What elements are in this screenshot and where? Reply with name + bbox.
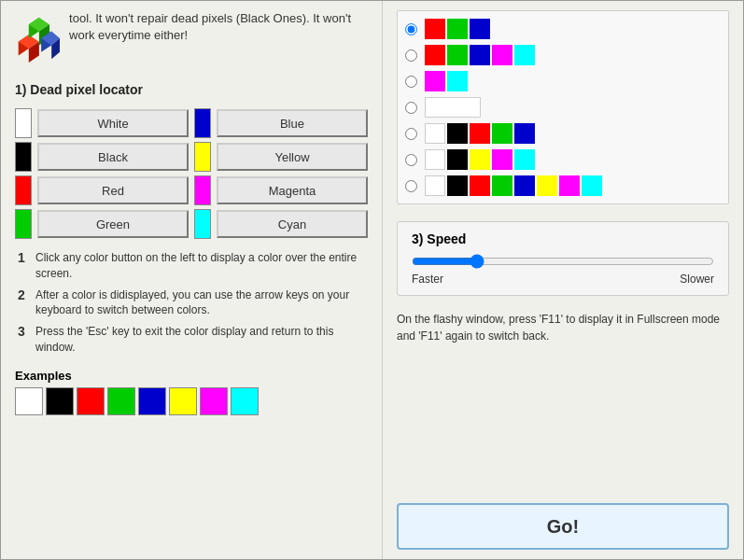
instructions-area: 1 Click any color button on the left to … (15, 250, 368, 356)
white-button[interactable]: White (37, 109, 189, 137)
radio-row-4 (405, 97, 721, 118)
speed-section: 3) Speed Faster Slower (397, 221, 729, 296)
ps-red (425, 19, 445, 39)
ps6-cyan (514, 149, 535, 170)
radio-row-7 (405, 175, 721, 196)
ps7-red (470, 175, 490, 196)
green-button[interactable]: Green (37, 210, 189, 238)
cyan-swatch (194, 209, 211, 239)
ps5-black (447, 123, 468, 144)
color-row-green: Green Cyan (15, 209, 368, 239)
blue-button[interactable]: Blue (217, 109, 368, 137)
header-area: tool. It won't repair dead pixels (Black… (15, 10, 368, 66)
ps2-cyan (514, 45, 535, 65)
color-row-white: White Blue (15, 108, 368, 138)
ex-swatch-red (77, 387, 105, 415)
magenta-swatch (194, 175, 211, 205)
ex-swatch-green (107, 387, 135, 415)
black-button[interactable]: Black (37, 143, 189, 171)
ps7-cyan (582, 175, 602, 196)
info-text: On the flashy window, press 'F11' to dis… (397, 311, 729, 344)
ps3-cyan (447, 71, 468, 91)
ps-blue (470, 19, 490, 39)
ps2-blue (470, 45, 490, 65)
ps6-black (447, 149, 468, 170)
ex-swatch-blue (138, 387, 166, 415)
yellow-button[interactable]: Yellow (217, 143, 368, 171)
radio-2[interactable] (405, 49, 417, 62)
swatches-1 (425, 19, 490, 39)
red-button[interactable]: Red (37, 176, 189, 204)
ps7-yellow (537, 175, 557, 196)
green-swatch (15, 209, 32, 239)
ps7-black (447, 175, 468, 196)
ps2-green (447, 45, 468, 65)
speed-title: 3) Speed (412, 231, 714, 246)
ps2-red (425, 45, 445, 65)
radio-row-1 (405, 19, 721, 39)
instruction-3: 3 Press the 'Esc' key to exit the color … (15, 324, 368, 356)
cyan-button[interactable]: Cyan (217, 210, 368, 238)
swatches-5 (425, 123, 535, 144)
examples-swatches (15, 387, 368, 415)
go-button[interactable]: Go! (397, 503, 729, 550)
instruction-2-text: After a color is didisplayed, you can us… (35, 287, 368, 319)
color-buttons-grid: White Blue Black Yellow Red Magenta Gree… (15, 108, 368, 239)
swatches-7 (425, 175, 602, 196)
ps5-green (492, 123, 512, 144)
radio-3[interactable] (405, 76, 417, 88)
swatches-4 (425, 97, 481, 118)
ex-swatch-white (15, 387, 43, 415)
black-swatch (15, 142, 32, 172)
app-logo (15, 10, 60, 66)
speed-faster-label: Faster (412, 273, 443, 286)
ps7-magenta (559, 175, 580, 196)
ps5-blue (514, 123, 535, 144)
radio-1[interactable] (405, 23, 417, 35)
speed-slider-container: Faster Slower (412, 254, 714, 286)
header-description: tool. It won't repair dead pixels (Black… (69, 10, 368, 44)
instruction-2: 2 After a color is didisplayed, you can … (15, 287, 368, 319)
speed-slower-label: Slower (680, 273, 714, 286)
red-swatch (15, 175, 32, 205)
ps7-white (425, 175, 445, 196)
ps5-red (470, 123, 490, 144)
swatches-3 (425, 71, 468, 91)
instruction-1-text: Click any color button on the left to di… (35, 250, 368, 282)
radio-6[interactable] (405, 154, 417, 166)
radio-4[interactable] (405, 102, 417, 114)
ex-swatch-yellow (169, 387, 197, 415)
ex-swatch-cyan (231, 387, 259, 415)
blue-swatch (194, 108, 211, 138)
ex-swatch-magenta (200, 387, 228, 415)
ex-swatch-black (46, 387, 74, 415)
ps4-white (425, 97, 481, 118)
instruction-1-num: 1 (15, 250, 28, 265)
yellow-swatch (194, 142, 211, 172)
speed-labels: Faster Slower (412, 273, 714, 286)
speed-slider[interactable] (412, 254, 714, 269)
radio-row-3 (405, 71, 721, 91)
right-panel: 3) Speed Faster Slower On the flashy win… (383, 1, 743, 559)
white-swatch (15, 108, 32, 138)
radio-row-6 (405, 149, 721, 170)
ps2-magenta (492, 45, 512, 65)
ps7-blue (514, 175, 535, 196)
swatches-2 (425, 45, 535, 65)
ps3-magenta (425, 71, 445, 91)
radio-7[interactable] (405, 180, 417, 192)
ps6-magenta (492, 149, 512, 170)
radio-row-2 (405, 45, 721, 65)
left-panel: tool. It won't repair dead pixels (Black… (1, 1, 383, 559)
swatches-6 (425, 149, 535, 170)
examples-title: Examples (15, 369, 368, 383)
ps-green (447, 19, 468, 39)
radio-5[interactable] (405, 128, 417, 140)
radio-row-5 (405, 123, 721, 144)
examples-area: Examples (15, 369, 368, 415)
section1-title: 1) Dead pixel locator (15, 82, 368, 97)
pixel-pattern-section (397, 10, 729, 204)
magenta-button[interactable]: Magenta (217, 176, 368, 204)
color-row-black: Black Yellow (15, 142, 368, 172)
instruction-3-text: Press the 'Esc' key to exit the color di… (35, 324, 368, 356)
